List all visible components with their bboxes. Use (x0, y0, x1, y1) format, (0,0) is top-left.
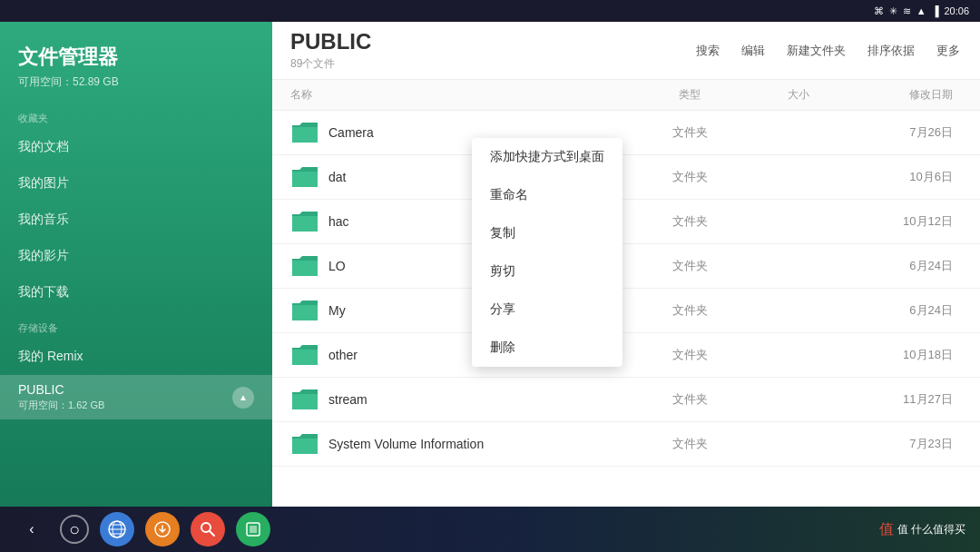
folder-icon-dat (290, 164, 319, 190)
file-type-other: 文件夹 (635, 347, 744, 363)
sidebar: 文件管理器 可用空间：52.89 GB 收藏夹 我的文档 我的图片 我的音乐 我… (0, 22, 272, 507)
storage-info: 可用空间：52.89 GB (18, 74, 254, 90)
status-icons: ⌘ ✳ ≋ ▲ ▐ 20:06 (874, 5, 969, 17)
search-taskbar-button[interactable] (191, 512, 225, 547)
file-type-camera: 文件夹 (635, 124, 744, 141)
file-row-other[interactable]: other 文件夹 10月18日 (272, 333, 980, 378)
context-menu-copy[interactable]: 复制 (472, 214, 622, 252)
file-list-container: 名称 类型 大小 修改日期 Camera 文件夹 7月26日 添加快捷方式到桌面 (272, 80, 980, 507)
status-bar: ⌘ ✳ ≋ ▲ ▐ 20:06 (0, 0, 980, 22)
file-row-stream[interactable]: stream 文件夹 11月27日 (272, 378, 980, 422)
edit-button[interactable]: 编辑 (740, 39, 767, 63)
file-type-lo: 文件夹 (635, 258, 744, 274)
time-display: 20:06 (944, 5, 969, 16)
new-folder-button[interactable]: 新建文件夹 (785, 39, 848, 63)
globe-button[interactable] (100, 512, 134, 547)
sidebar-item-public[interactable]: PUBLIC 可用空间：1.62 GB ▲ (0, 375, 272, 419)
file-date-my: 6月24日 (853, 302, 962, 319)
col-type-header: 类型 (635, 87, 744, 103)
watermark-text: 值 值 什么值得买 (879, 520, 965, 539)
file-type-dat: 文件夹 (635, 169, 744, 185)
home-button[interactable]: ○ (60, 515, 89, 544)
sidebar-item-my-docs[interactable]: 我的文档 (0, 129, 272, 165)
taskbar-right: 值 值 什么值得买 (879, 520, 965, 539)
file-date-hac: 10月12日 (853, 213, 962, 230)
file-row-hac[interactable]: hac 文件夹 10月12日 (272, 200, 980, 244)
folder-icon-svi (290, 431, 319, 457)
file-type-my: 文件夹 (635, 302, 744, 319)
context-menu-cut[interactable]: 剪切 (472, 252, 622, 291)
sidebar-item-my-music[interactable]: 我的音乐 (0, 202, 272, 238)
sidebar-item-my-pics[interactable]: 我的图片 (0, 165, 272, 202)
col-name-header: 名称 (290, 87, 635, 103)
battery-icon: ▐ (932, 5, 939, 16)
search-taskbar-icon (200, 521, 216, 537)
sidebar-item-my-downloads[interactable]: 我的下载 (0, 274, 272, 310)
main-title: PUBLIC (290, 29, 371, 54)
globe-icon (108, 520, 126, 538)
files-taskbar-button[interactable] (236, 512, 270, 547)
bluetooth-icon2: ✳ (889, 5, 897, 17)
public-item-info: PUBLIC 可用空间：1.62 GB (18, 382, 104, 412)
folder-icon-stream (290, 387, 319, 412)
file-type-svi: 文件夹 (635, 436, 744, 452)
col-size-header: 大小 (744, 87, 853, 103)
col-date-header: 修改日期 (853, 87, 962, 103)
app-container: 文件管理器 可用空间：52.89 GB 收藏夹 我的文档 我的图片 我的音乐 我… (0, 22, 980, 507)
toolbar: PUBLIC 89个文件 搜索 编辑 新建文件夹 排序依据 更多 (272, 22, 980, 80)
more-button[interactable]: 更多 (935, 39, 962, 63)
sidebar-item-my-movies[interactable]: 我的影片 (0, 238, 272, 274)
public-item-space: 可用空间：1.62 GB (18, 399, 104, 412)
context-menu-share[interactable]: 分享 (472, 291, 622, 329)
file-type-stream: 文件夹 (635, 391, 744, 408)
file-date-lo: 6月24日 (853, 258, 962, 274)
context-menu-add-shortcut[interactable]: 添加快捷方式到桌面 (472, 138, 622, 176)
bluetooth-icon: ⌘ (874, 5, 884, 17)
context-menu: 添加快捷方式到桌面 重命名 复制 剪切 分享 删除 (472, 138, 622, 367)
app-title: 文件管理器 (18, 44, 254, 71)
svg-rect-9 (250, 526, 257, 533)
folder-icon-lo (290, 253, 319, 279)
file-date-stream: 11月27日 (853, 391, 962, 408)
main-content: PUBLIC 89个文件 搜索 编辑 新建文件夹 排序依据 更多 名称 类型 大… (272, 22, 980, 507)
file-row-lo[interactable]: LO 文件夹 6月24日 (272, 244, 980, 289)
file-list-header: 名称 类型 大小 修改日期 (272, 80, 980, 111)
file-date-dat: 10月6日 (853, 169, 962, 185)
file-date-other: 10月18日 (853, 347, 962, 363)
file-row-svi[interactable]: System Volume Information 文件夹 7月23日 (272, 422, 980, 467)
wifi-icon: ▲ (916, 5, 926, 16)
storage-section-label: 存储设备 (0, 310, 272, 339)
svg-line-7 (210, 531, 214, 536)
folder-icon-other (290, 342, 319, 368)
back-button[interactable]: ‹ (15, 512, 49, 547)
sidebar-header: 文件管理器 可用空间：52.89 GB (0, 22, 272, 101)
taskbar: ‹ ○ 值 值 什么值得买 (0, 507, 980, 552)
file-row-dat[interactable]: dat 文件夹 10月6日 (272, 155, 980, 200)
sidebar-item-remix[interactable]: 我的 Remix (0, 339, 272, 375)
file-name-stream: stream (328, 392, 635, 407)
main-subtitle: 89个文件 (290, 56, 371, 72)
folder-icon-hac (290, 209, 319, 234)
file-row-camera[interactable]: Camera 文件夹 7月26日 添加快捷方式到桌面 重命名 复制 剪切 分享 … (272, 111, 980, 155)
context-menu-rename[interactable]: 重命名 (472, 176, 622, 214)
folder-icon-my (290, 298, 319, 323)
favorites-label: 收藏夹 (0, 101, 272, 129)
signal-icon: ≋ (903, 5, 911, 17)
sort-button[interactable]: 排序依据 (866, 39, 916, 63)
file-type-hac: 文件夹 (635, 213, 744, 230)
file-name-svi: System Volume Information (328, 437, 635, 451)
search-button[interactable]: 搜索 (694, 39, 721, 63)
toolbar-left: PUBLIC 89个文件 (290, 29, 371, 72)
context-menu-delete[interactable]: 删除 (472, 329, 622, 367)
file-date-camera: 7月26日 (853, 124, 962, 141)
file-row-my[interactable]: My 文件夹 6月24日 (272, 289, 980, 333)
eject-icon[interactable]: ▲ (232, 387, 254, 409)
file-date-svi: 7月23日 (853, 436, 962, 452)
folder-icon-camera (290, 120, 319, 145)
files-taskbar-icon (245, 521, 261, 537)
download-button[interactable] (145, 512, 180, 547)
download-icon (154, 521, 171, 537)
toolbar-actions: 搜索 编辑 新建文件夹 排序依据 更多 (694, 39, 962, 63)
public-item-name: PUBLIC (18, 382, 104, 397)
